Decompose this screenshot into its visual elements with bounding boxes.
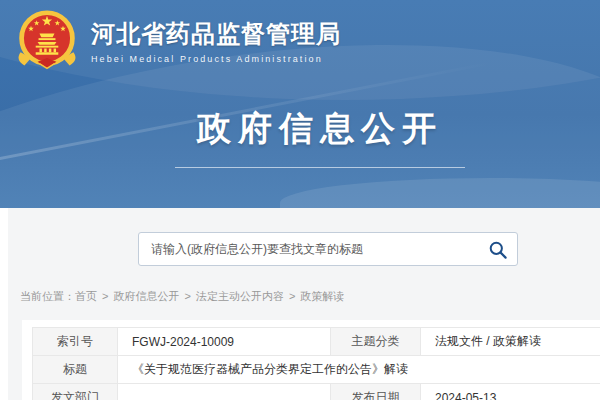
title-label: 标题 — [33, 356, 118, 384]
breadcrumb-separator: > — [102, 290, 108, 302]
table-row: 索引号 FGWJ-2024-10009 主题分类 法规文件 / 政策解读 — [33, 328, 600, 356]
breadcrumb-separator: > — [184, 290, 190, 302]
banner-title: 政府信息公开 — [0, 106, 600, 152]
breadcrumb-link-gov-info[interactable]: 政府信息公开 — [113, 290, 179, 302]
site-banner: 河北省药品监督管理局 Hebei Medical Products Admini… — [0, 0, 600, 208]
document-card: 索引号 FGWJ-2024-10009 主题分类 法规文件 / 政策解读 标题 … — [22, 320, 600, 400]
search-input[interactable] — [139, 233, 517, 265]
table-row: 标题 《关于规范医疗器械产品分类界定工作的公告》解读 — [33, 356, 600, 384]
site-titles: 河北省药品监督管理局 Hebei Medical Products Admini… — [91, 18, 341, 64]
date-label: 发布日期 — [331, 384, 421, 400]
breadcrumb-prefix: 当前位置： — [20, 290, 75, 302]
site-title: 河北省药品监督管理局 — [91, 18, 341, 50]
breadcrumb-link-policy-interpretation[interactable]: 政策解读 — [300, 290, 344, 302]
stage: 河北省药品监督管理局 Hebei Medical Products Admini… — [0, 0, 600, 400]
category-value: 法规文件 / 政策解读 — [421, 328, 600, 356]
national-emblem-icon — [13, 9, 81, 73]
banner-divider — [175, 167, 465, 168]
department-label: 发文部门 — [33, 384, 118, 400]
category-label: 主题分类 — [331, 328, 421, 356]
content-area: 当前位置：首页>政府信息公开>法定主动公开内容>政策解读 索引号 FGWJ-20… — [8, 208, 600, 400]
page: 河北省药品监督管理局 Hebei Medical Products Admini… — [0, 0, 600, 400]
site-header: 河北省药品监督管理局 Hebei Medical Products Admini… — [13, 9, 341, 73]
search-box — [138, 232, 518, 266]
search-button[interactable] — [488, 240, 508, 260]
department-value — [118, 384, 331, 400]
breadcrumb: 当前位置：首页>政府信息公开>法定主动公开内容>政策解读 — [20, 289, 600, 304]
date-value: 2024-05-13 — [421, 384, 600, 400]
search-icon — [488, 240, 508, 260]
breadcrumb-link-home[interactable]: 首页 — [75, 290, 97, 302]
index-value: FGWJ-2024-10009 — [118, 328, 331, 356]
document-info-table: 索引号 FGWJ-2024-10009 主题分类 法规文件 / 政策解读 标题 … — [32, 327, 600, 400]
site-subtitle: Hebei Medical Products Administration — [91, 54, 341, 64]
title-value: 《关于规范医疗器械产品分类界定工作的公告》解读 — [118, 356, 600, 384]
breadcrumb-link-statutory-disclosure[interactable]: 法定主动公开内容 — [196, 290, 284, 302]
table-row: 发文部门 发布日期 2024-05-13 — [33, 384, 600, 400]
breadcrumb-separator: > — [289, 290, 295, 302]
index-label: 索引号 — [33, 328, 118, 356]
